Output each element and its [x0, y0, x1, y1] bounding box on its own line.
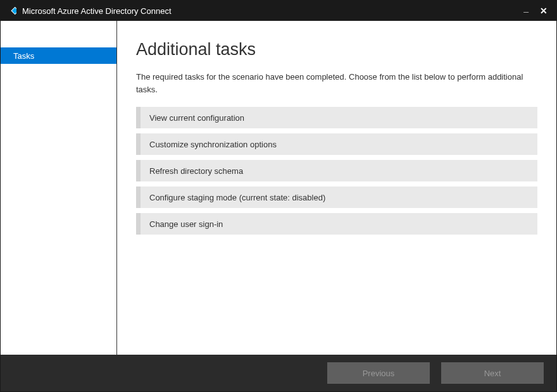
task-customize-sync[interactable]: Customize synchronization options	[136, 133, 537, 155]
svg-rect-0	[11, 7, 16, 14]
next-button[interactable]: Next	[441, 362, 544, 384]
task-label: Customize synchronization options	[149, 140, 277, 149]
footer: Previous Next	[1, 355, 556, 391]
main-panel: Additional tasks The required tasks for …	[117, 21, 556, 355]
task-label: Configure staging mode (current state: d…	[149, 193, 325, 202]
window-controls: _ ✕	[523, 6, 548, 16]
previous-button[interactable]: Previous	[327, 362, 430, 384]
window-title: Microsoft Azure Active Directory Connect	[22, 6, 523, 16]
task-list: View current configuration Customize syn…	[136, 107, 537, 235]
app-icon	[6, 5, 17, 16]
content-area: Tasks Additional tasks The required task…	[1, 21, 556, 355]
task-label: Change user sign-in	[149, 219, 223, 229]
task-staging-mode[interactable]: Configure staging mode (current state: d…	[136, 187, 537, 208]
sidebar-item-tasks[interactable]: Tasks	[1, 47, 116, 64]
page-description: The required tasks for the scenario have…	[136, 71, 537, 95]
sidebar: Tasks	[1, 21, 117, 355]
close-icon[interactable]: ✕	[540, 6, 548, 16]
task-change-signin[interactable]: Change user sign-in	[136, 213, 537, 235]
task-label: Refresh directory schema	[149, 166, 243, 176]
titlebar: Microsoft Azure Active Directory Connect…	[1, 1, 556, 21]
task-view-config[interactable]: View current configuration	[136, 107, 537, 128]
task-label: View current configuration	[149, 113, 244, 123]
sidebar-item-label: Tasks	[13, 51, 34, 61]
task-refresh-schema[interactable]: Refresh directory schema	[136, 160, 537, 181]
page-title: Additional tasks	[136, 40, 537, 59]
minimize-icon[interactable]: _	[523, 3, 529, 13]
